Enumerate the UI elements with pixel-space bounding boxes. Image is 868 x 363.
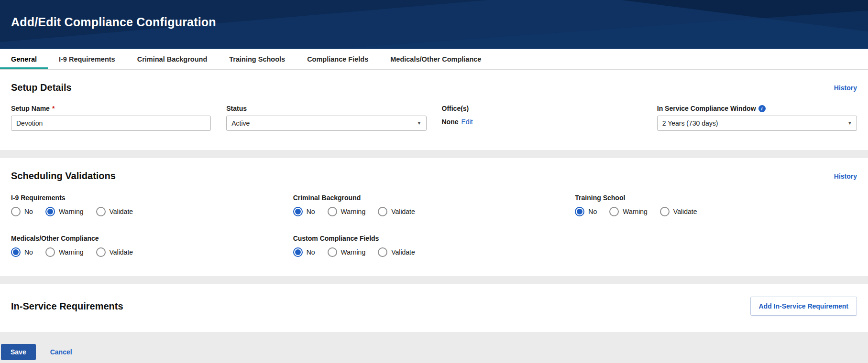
radio-unchecked-icon [378, 247, 387, 257]
radio-checked-icon [575, 207, 584, 216]
radio-unchecked-icon [328, 207, 337, 216]
info-icon[interactable]: i [758, 105, 766, 112]
radio-unchecked-icon [45, 247, 55, 257]
radio-option-custom-compliance-fields-no[interactable]: No [293, 247, 315, 257]
footer-actions: Save Cancel [0, 332, 868, 360]
radio-unchecked-icon [11, 207, 21, 216]
offices-edit-link[interactable]: Edit [461, 118, 473, 126]
validation-group-label: Criminal Background [293, 194, 575, 202]
radio-option-criminal-background-validate[interactable]: Validate [378, 207, 415, 216]
in-service-requirements-title: In-Service Requirements [11, 301, 123, 312]
tab-criminal-background[interactable]: Criminal Background [126, 49, 219, 69]
radio-option-label: No [588, 208, 597, 215]
tab-bar: GeneralI-9 RequirementsCriminal Backgrou… [0, 49, 868, 70]
tab-i-9-requirements[interactable]: I-9 Requirements [48, 49, 126, 69]
scheduling-validations-section: Scheduling Validations History I-9 Requi… [0, 158, 868, 276]
radio-option-label: Validate [673, 208, 697, 215]
setup-details-section: Setup Details History Setup Name * Statu… [0, 70, 868, 150]
radio-option-label: Warning [623, 208, 648, 215]
save-button[interactable]: Save [1, 344, 36, 360]
radio-option-label: Validate [110, 208, 133, 215]
radio-unchecked-icon [96, 247, 106, 257]
radio-checked-icon [45, 207, 55, 216]
validation-group-custom-compliance-fields: Custom Compliance FieldsNoWarningValidat… [293, 235, 575, 257]
radio-option-label: Validate [391, 208, 415, 215]
radio-option-training-school-warning[interactable]: Warning [609, 207, 648, 216]
cancel-link[interactable]: Cancel [50, 348, 72, 356]
radio-option-custom-compliance-fields-validate[interactable]: Validate [378, 247, 415, 257]
chevron-down-icon: ▼ [847, 120, 852, 126]
in-service-window-select[interactable]: 2 Years (730 days) ▼ [657, 116, 857, 131]
radio-option-label: Warning [59, 248, 84, 256]
radio-option-label: No [24, 248, 33, 256]
chevron-down-icon: ▼ [417, 120, 422, 126]
scheduling-validations-history-link[interactable]: History [834, 172, 857, 180]
radio-option-i-9-requirements-validate[interactable]: Validate [96, 207, 133, 216]
radio-option-training-school-no[interactable]: No [575, 207, 597, 216]
status-select-value: Active [231, 119, 250, 127]
radio-option-label: Validate [110, 248, 133, 256]
radio-option-label: Warning [341, 248, 366, 256]
setup-name-input[interactable] [11, 116, 211, 131]
radio-unchecked-icon [660, 207, 670, 216]
in-service-window-select-value: 2 Years (730 days) [662, 119, 718, 127]
page-header: Add/Edit Compliance Configuration [0, 0, 868, 49]
validation-group-criminal-background: Criminal BackgroundNoWarningValidate [293, 194, 575, 216]
tab-compliance-fields[interactable]: Compliance Fields [296, 49, 379, 69]
radio-option-training-school-validate[interactable]: Validate [660, 207, 697, 216]
radio-option-criminal-background-warning[interactable]: Warning [328, 207, 366, 216]
required-marker: * [52, 105, 55, 112]
tab-training-schools[interactable]: Training Schools [218, 49, 296, 69]
validation-group-medicals-other-compliance: Medicals/Other ComplianceNoWarningValida… [11, 235, 293, 257]
setup-name-label: Setup Name * [11, 105, 211, 112]
in-service-requirements-section: In-Service Requirements Add In-Service R… [0, 284, 868, 332]
setup-name-label-text: Setup Name [11, 105, 50, 112]
validation-group-label: I-9 Requirements [11, 194, 293, 202]
radio-option-medicals-other-compliance-warning[interactable]: Warning [45, 247, 84, 257]
radio-option-medicals-other-compliance-validate[interactable]: Validate [96, 247, 133, 257]
radio-option-i-9-requirements-warning[interactable]: Warning [45, 207, 84, 216]
radio-unchecked-icon [96, 207, 106, 216]
radio-option-label: Validate [391, 248, 415, 256]
radio-option-label: No [307, 248, 315, 256]
tab-medicals-other-compliance[interactable]: Medicals/Other Compliance [379, 49, 492, 69]
status-field: Status Active ▼ [226, 105, 426, 131]
offices-label: Office(s) [442, 105, 642, 112]
radio-checked-icon [293, 247, 303, 257]
radio-option-label: Warning [59, 208, 84, 215]
setup-name-field: Setup Name * [11, 105, 211, 131]
in-service-window-label-text: In Service Compliance Window [657, 105, 756, 112]
radio-option-label: Warning [341, 208, 366, 215]
in-service-window-label: In Service Compliance Window i [657, 105, 857, 112]
validation-group-label: Custom Compliance Fields [293, 235, 575, 242]
radio-option-custom-compliance-fields-warning[interactable]: Warning [328, 247, 366, 257]
status-select[interactable]: Active ▼ [226, 116, 426, 131]
status-label: Status [226, 105, 426, 112]
radio-option-criminal-background-no[interactable]: No [293, 207, 315, 216]
setup-details-history-link[interactable]: History [834, 84, 857, 92]
radio-unchecked-icon [378, 207, 387, 216]
radio-checked-icon [11, 247, 21, 257]
setup-details-title: Setup Details [11, 82, 72, 93]
radio-option-medicals-other-compliance-no[interactable]: No [11, 247, 33, 257]
scheduling-validations-title: Scheduling Validations [11, 171, 116, 182]
radio-option-label: No [307, 208, 315, 215]
validation-group-label: Training School [575, 194, 857, 202]
radio-checked-icon [293, 207, 303, 216]
add-in-service-requirement-button[interactable]: Add In-Service Requirement [750, 297, 857, 316]
scheduling-groups: I-9 RequirementsNoWarningValidateCrimina… [11, 194, 857, 257]
validation-group-label: Medicals/Other Compliance [11, 235, 293, 242]
radio-unchecked-icon [328, 247, 337, 257]
validation-group-i-9-requirements: I-9 RequirementsNoWarningValidate [11, 194, 293, 216]
radio-option-i-9-requirements-no[interactable]: No [11, 207, 33, 216]
offices-field: Office(s) None Edit [442, 105, 642, 131]
validation-group-training-school: Training SchoolNoWarningValidate [575, 194, 857, 216]
offices-value: None [442, 118, 459, 126]
radio-option-label: No [24, 208, 33, 215]
radio-unchecked-icon [609, 207, 619, 216]
page-title: Add/Edit Compliance Configuration [0, 0, 868, 29]
in-service-window-field: In Service Compliance Window i 2 Years (… [657, 105, 857, 131]
tab-general[interactable]: General [0, 49, 48, 69]
